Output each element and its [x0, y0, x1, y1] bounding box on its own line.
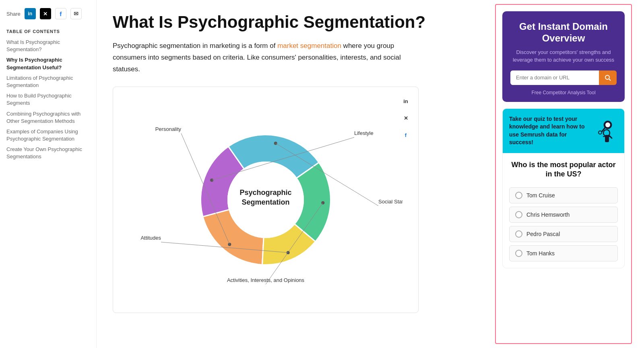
quiz-option-tom-cruise[interactable]: Tom Cruise — [509, 187, 618, 203]
left-sidebar: Share in ✕ f ✉ TABLE OF CONTENTS What Is… — [0, 0, 97, 348]
toc-item: Why Is Psychographic Segmentation Useful… — [6, 56, 90, 71]
right-sidebar: Get Instant Domain Overview Discover you… — [495, 4, 632, 344]
toc-link-7[interactable]: Create Your Own Psychographic Segmentati… — [6, 146, 90, 160]
facebook-share-button[interactable]: f — [55, 8, 66, 19]
donut-chart-wrapper: PsychographicSegmentationPersonalityLife… — [125, 99, 407, 300]
toc-link-3[interactable]: Limitations of Psychographic Segmentatio… — [6, 75, 90, 89]
domain-search-button[interactable] — [599, 70, 617, 85]
toc-item: Create Your Own Psychographic Segmentati… — [6, 146, 90, 160]
toc-link-4[interactable]: How to Build Psychographic Segments — [6, 92, 90, 107]
toc-link-5[interactable]: Combining Psychographics with Other Segm… — [6, 110, 90, 125]
toc-link-6[interactable]: Examples of Companies Using Psychographi… — [6, 128, 90, 143]
svg-point-30 — [605, 122, 610, 127]
diagram-container: in ✕ f — [113, 87, 419, 313]
quiz-option-pedro-pascal[interactable]: Pedro Pascal — [509, 226, 618, 242]
domain-card-footer: Free Competitor Analysis Tool — [510, 90, 617, 95]
radio-chris-hemsworth[interactable] — [515, 211, 522, 218]
quiz-option-label-pedro-pascal: Pedro Pascal — [526, 231, 560, 237]
share-row: Share in ✕ f ✉ — [6, 8, 90, 19]
radio-pedro-pascal[interactable] — [515, 230, 522, 238]
quiz-option-tom-hanks[interactable]: Tom Hanks — [509, 245, 618, 261]
segment-placeholder — [266, 131, 331, 213]
quiz-option-label-chris-hemsworth: Chris Hemsworth — [526, 211, 570, 218]
toc-title: TABLE OF CONTENTS — [6, 29, 90, 34]
donut-chart-svg — [125, 99, 407, 300]
share-label: Share — [6, 11, 21, 17]
svg-point-32 — [599, 131, 602, 134]
quiz-option-label-tom-cruise: Tom Cruise — [526, 192, 555, 199]
quiz-banner: Take our quiz to test your knowledge and… — [503, 109, 624, 153]
main-content: What Is Psychographic Segmentation? Psyc… — [97, 0, 491, 348]
email-share-button[interactable]: ✉ — [70, 8, 82, 19]
quiz-option-label-tom-hanks: Tom Hanks — [526, 250, 555, 257]
quiz-card: Take our quiz to test your knowledge and… — [502, 108, 625, 268]
domain-input[interactable] — [510, 70, 599, 85]
toc-item: Combining Psychographics with Other Segm… — [6, 110, 90, 125]
toc-item: What Is Psychographic Segmentation? — [6, 39, 90, 53]
domain-card-subtitle: Discover your competitors' strengths and… — [510, 48, 617, 64]
toc-item: Limitations of Psychographic Segmentatio… — [6, 75, 90, 89]
search-icon — [605, 75, 611, 81]
svg-rect-35 — [605, 135, 609, 142]
quiz-banner-text: Take our quiz to test your knowledge and… — [509, 115, 590, 147]
domain-overview-card: Get Instant Domain Overview Discover you… — [502, 11, 625, 102]
radio-tom-hanks[interactable] — [515, 250, 522, 257]
market-segmentation-link[interactable]: market segmentation — [277, 42, 341, 50]
article-title: What Is Psychographic Segmentation? — [113, 12, 475, 32]
toc-link-1[interactable]: What Is Psychographic Segmentation? — [6, 39, 90, 53]
intro-text-1: Psychographic segmentation in marketing … — [113, 42, 277, 50]
toc-link-2[interactable]: Why Is Psychographic Segmentation Useful… — [6, 56, 90, 71]
toc-item: Examples of Companies Using Psychographi… — [6, 128, 90, 143]
svg-line-28 — [609, 79, 611, 81]
domain-card-title: Get Instant Domain Overview — [510, 21, 617, 44]
quiz-option-chris-hemsworth[interactable]: Chris Hemsworth — [509, 207, 618, 223]
domain-input-row — [510, 70, 617, 85]
toc-item: How to Build Psychographic Segments — [6, 92, 90, 107]
quiz-options: Tom Cruise Chris Hemsworth Pedro Pascal … — [503, 184, 624, 268]
linkedin-share-button[interactable]: in — [25, 8, 36, 19]
twitter-share-button[interactable]: ✕ — [40, 8, 51, 19]
quiz-icon — [594, 119, 618, 143]
quiz-question: Who is the most popular actor in the US? — [503, 153, 624, 184]
radio-tom-cruise[interactable] — [515, 192, 522, 199]
svg-point-27 — [605, 75, 609, 79]
toc-list: What Is Psychographic Segmentation? Why … — [6, 39, 90, 161]
article-intro: Psychographic segmentation in marketing … — [113, 40, 402, 75]
